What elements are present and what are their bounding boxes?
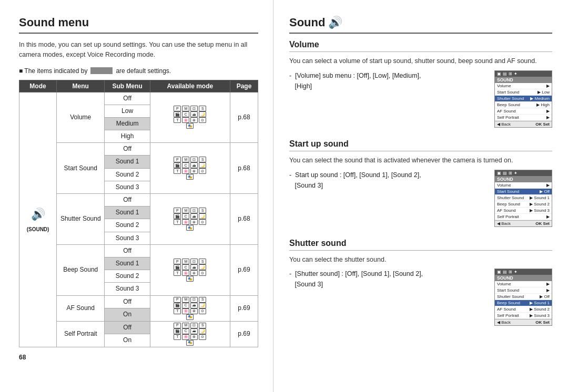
subsection-title-volume: Volume bbox=[289, 40, 552, 52]
submenu-sound2a: Sound 2 bbox=[105, 168, 150, 181]
header-icons2: ▣▤⊞✦ bbox=[497, 171, 518, 176]
submenu-sound3b: Sound 3 bbox=[105, 232, 150, 244]
available-shutter: PM⊡S 🎬C⛰🌙 T🌸⊛⊙ 🎭 bbox=[150, 194, 230, 245]
available-volume: PM⊡S 🎬C⛰🌙 T🌸⊛⊙ 🎭 bbox=[150, 92, 230, 143]
screen-row-shutter: Shutter Sound▶ Medium bbox=[495, 96, 552, 102]
sound-icon: 🔊 bbox=[328, 16, 342, 29]
submenu-high: High bbox=[105, 130, 150, 143]
submenu-off6: Off bbox=[105, 321, 150, 334]
startup-desc: You can select the sound that is activat… bbox=[289, 156, 552, 166]
col-submenu: Sub Menu bbox=[105, 80, 150, 92]
submenu-sound2c: Sound 2 bbox=[105, 270, 150, 283]
screen-footer3: ◀ BackOK Set bbox=[495, 319, 552, 325]
page-af: p.69 bbox=[230, 295, 258, 321]
screen-footer: ◀ BackOK Set bbox=[495, 121, 552, 127]
col-available: Available mode bbox=[150, 80, 230, 92]
table-row: 🔊 (SOUND) Volume Off PM⊡S 🎬C⛰🌙 T🌸⊛⊙ bbox=[19, 92, 258, 105]
submenu-on-af: On bbox=[105, 308, 150, 322]
left-panel: Sound menu In this mode, you can set up … bbox=[0, 0, 273, 392]
screen-row-self3: Self Portrait▶ Sound 3 bbox=[495, 313, 552, 319]
screen-row-start3: Start Sound▶ bbox=[495, 287, 552, 294]
screen-row-beep: Beep Sound▶ High bbox=[495, 102, 552, 108]
menu-table: Mode Menu Sub Menu Available mode Page 🔊… bbox=[19, 80, 258, 347]
left-title: Sound menu bbox=[19, 16, 258, 34]
page-beep: p.69 bbox=[230, 244, 258, 295]
volume-content: - [Volume] sub menu : [Off], [Low], [Med… bbox=[289, 70, 552, 128]
subsection-title-shutter: Shutter sound bbox=[289, 239, 552, 251]
section-startup: Start up sound You can select the sound … bbox=[289, 139, 552, 227]
mode-cell-sound: 🔊 (SOUND) bbox=[19, 92, 57, 347]
col-menu: Menu bbox=[57, 80, 105, 92]
screen-row-shutter2: Shutter Sound▶ Sound 1 bbox=[495, 195, 552, 201]
screen-row-shutter3: Shutter Sound▶ Off bbox=[495, 294, 552, 300]
col-page: Page bbox=[230, 80, 258, 92]
page-self: p.69 bbox=[230, 321, 258, 347]
submenu-off: Off bbox=[105, 92, 150, 105]
subsection-title-startup: Start up sound bbox=[289, 139, 552, 151]
default-note: ■ The items indicated by are default set… bbox=[19, 67, 258, 75]
startup-bullet: - Start up sound : [Off], [Sound 1], [So… bbox=[289, 170, 486, 191]
submenu-medium: Medium bbox=[105, 117, 150, 130]
screen-title3: SOUND bbox=[495, 275, 552, 281]
submenu-on-self: On bbox=[105, 334, 150, 347]
menu-volume: Volume bbox=[57, 92, 105, 143]
submenu-low: Low bbox=[105, 105, 150, 117]
screen-title2: SOUND bbox=[495, 176, 552, 182]
submenu-sound2b: Sound 2 bbox=[105, 219, 150, 232]
screen-row-volume: Volume▶ bbox=[495, 83, 552, 89]
volume-desc: You can select a volume of start up soun… bbox=[289, 56, 552, 66]
submenu-off3: Off bbox=[105, 194, 150, 207]
screen-row-beep2: Beep Sound▶ Sound 2 bbox=[495, 201, 552, 208]
screen-row-af: AF Sound▶ bbox=[495, 108, 552, 115]
volume-screen: ▣▤⊞✦ SOUND Volume▶ Start Sound▶ Low Shut… bbox=[494, 70, 552, 128]
startup-screen: ▣▤⊞✦ SOUND Volume▶ Start Sound▶ Off Shut… bbox=[494, 170, 552, 227]
section-shutter: Shutter sound You can select the shutter… bbox=[289, 239, 552, 326]
menu-af-sound: AF Sound bbox=[57, 295, 105, 321]
screen-row-beep3: Beep Sound▶ Sound 1 bbox=[495, 300, 552, 306]
screen-row-volume2: Volume▶ bbox=[495, 182, 552, 189]
shutter-screen: ▣▤⊞✦ SOUND Volume▶ Start Sound▶ Shutter … bbox=[494, 269, 552, 326]
submenu-sound1b: Sound 1 bbox=[105, 207, 150, 219]
submenu-off5: Off bbox=[105, 295, 150, 308]
screen-row-self2: Self Portrait▶ bbox=[495, 214, 552, 220]
submenu-sound1a: Sound 1 bbox=[105, 156, 150, 168]
screen-row-start2: Start Sound▶ Off bbox=[495, 189, 552, 195]
screen-title: SOUND bbox=[495, 77, 552, 83]
default-box bbox=[90, 67, 113, 74]
screen-header3: ▣▤⊞✦ bbox=[495, 269, 552, 275]
available-beep: PM⊡S 🎬C⛰🌙 T🌸⊛⊙ 🎭 bbox=[150, 244, 230, 295]
available-af: PM⊡S 🎬C⛰🌙 T🌸⊛⊙ 🎭 bbox=[150, 295, 230, 321]
volume-bullet: - [Volume] sub menu : [Off], [Low], [Med… bbox=[289, 70, 486, 91]
submenu-sound3c: Sound 3 bbox=[105, 283, 150, 295]
screen-row-volume3: Volume▶ bbox=[495, 281, 552, 287]
right-title: Sound 🔊 bbox=[289, 16, 552, 34]
section-volume: Volume You can select a volume of start … bbox=[289, 40, 552, 128]
screen-row-self: Self Portrait▶ bbox=[495, 115, 552, 121]
default-note-suffix: are default settings. bbox=[116, 67, 171, 75]
submenu-sound3a: Sound 3 bbox=[105, 181, 150, 193]
available-self: PM⊡S 🎬C⛰🌙 T🌸⊛⊙ 🎭 bbox=[150, 321, 230, 347]
menu-start-sound: Start Sound bbox=[57, 143, 105, 194]
submenu-off4: Off bbox=[105, 244, 150, 257]
menu-shutter-sound: Shutter Sound bbox=[57, 194, 105, 245]
screen-row-start: Start Sound▶ Low bbox=[495, 89, 552, 96]
header-icons: ▣▤⊞✦ bbox=[497, 71, 518, 76]
page-shutter: p.68 bbox=[230, 194, 258, 245]
submenu-sound1c: Sound 1 bbox=[105, 257, 150, 270]
intro-text: In this mode, you can set up sound setti… bbox=[19, 40, 258, 60]
startup-content: - Start up sound : [Off], [Sound 1], [So… bbox=[289, 170, 552, 227]
menu-beep-sound: Beep Sound bbox=[57, 244, 105, 295]
right-panel: Sound 🔊 Volume You can select a volume o… bbox=[273, 0, 568, 392]
page-volume: p.68 bbox=[230, 92, 258, 143]
screen-header: ▣▤⊞✦ bbox=[495, 71, 552, 77]
screen-footer2: ◀ BackOK Set bbox=[495, 220, 552, 226]
shutter-content: - [Shutter sound] : [Off], [Sound 1], [S… bbox=[289, 269, 552, 326]
shutter-desc: You can select the shutter sound. bbox=[289, 255, 552, 265]
col-mode: Mode bbox=[19, 80, 57, 92]
menu-self-portrait: Self Portrait bbox=[57, 321, 105, 347]
page-number: 68 bbox=[19, 354, 258, 361]
screen-row-af2: AF Sound▶ Sound 3 bbox=[495, 208, 552, 214]
header-icons3: ▣▤⊞✦ bbox=[497, 270, 518, 274]
screen-header2: ▣▤⊞✦ bbox=[495, 170, 552, 176]
shutter-bullet: - [Shutter sound] : [Off], [Sound 1], [S… bbox=[289, 269, 486, 290]
